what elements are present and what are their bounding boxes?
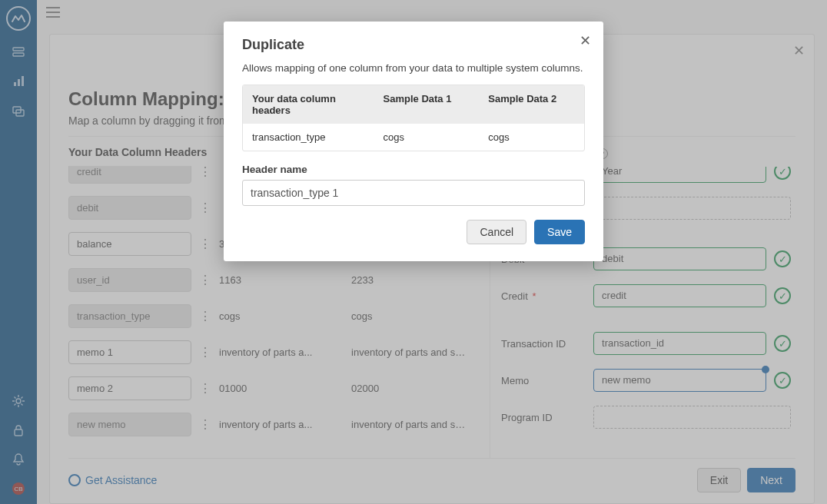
duplicate-modal: ✕ Duplicate Allows mapping of one column… xyxy=(224,22,603,261)
modal-overlay: ✕ Duplicate Allows mapping of one column… xyxy=(0,0,827,504)
modal-close-icon[interactable]: ✕ xyxy=(580,32,591,49)
modal-th-sample1: Sample Data 1 xyxy=(374,85,480,124)
modal-cancel-button[interactable]: Cancel xyxy=(467,220,526,244)
modal-sample-table: Your data column headers Sample Data 1 S… xyxy=(242,85,585,151)
modal-description: Allows mapping of one column from your d… xyxy=(242,62,585,74)
modal-td-sample1: cogs xyxy=(374,124,480,151)
header-name-input[interactable] xyxy=(242,180,585,206)
modal-td-sample2: cogs xyxy=(479,124,584,151)
modal-td-header: transaction_type xyxy=(243,124,374,151)
modal-title: Duplicate xyxy=(242,37,585,53)
modal-th-header: Your data column headers xyxy=(243,85,374,124)
header-name-label: Header name xyxy=(242,164,585,175)
modal-th-sample2: Sample Data 2 xyxy=(479,85,584,124)
modal-save-button[interactable]: Save xyxy=(534,220,585,244)
